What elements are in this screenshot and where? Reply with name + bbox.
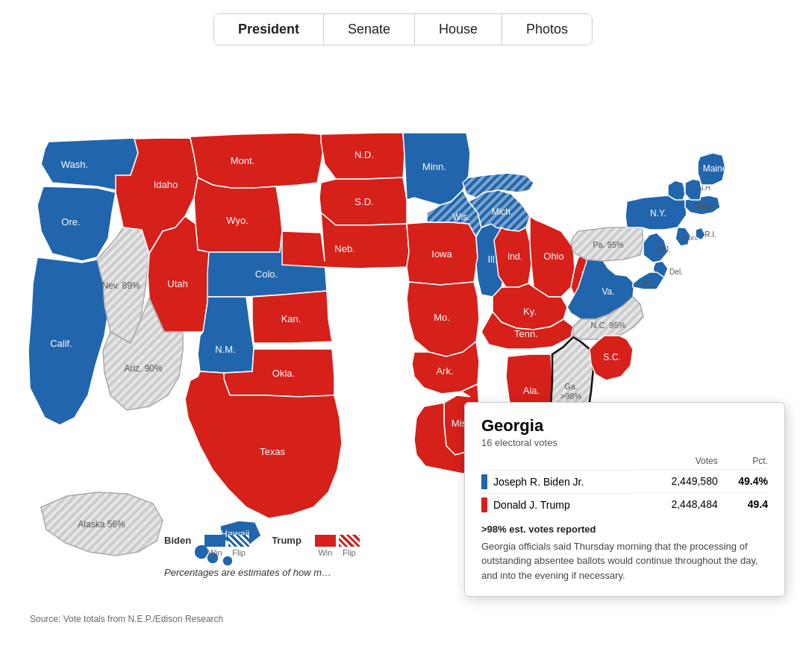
legend-trump-group: Win Flip <box>315 535 360 557</box>
label-northdakota: N.D. <box>354 149 374 160</box>
label-pennsylvania: Pa. 95% <box>593 240 624 249</box>
label-virginia: Va. <box>602 286 614 297</box>
legend-trump-flip-box <box>339 535 360 547</box>
tab-president[interactable]: President <box>214 14 324 45</box>
label-massachusetts: Mass. <box>696 202 716 210</box>
map-area: Wash. Ore. Calif. Nev. 89% Idaho Mont. W… <box>0 56 806 638</box>
biden-name: Joseph R. Biden Jr. <box>493 476 584 488</box>
label-arkansas: Ark. <box>436 365 453 377</box>
popup-col-candidate <box>481 456 639 470</box>
label-southdakota: S.D. <box>354 196 373 207</box>
biden-votes: 2,449,580 <box>639 470 718 493</box>
popup-status: >98% est. votes reported <box>481 524 768 535</box>
tab-senate[interactable]: Senate <box>324 14 415 45</box>
popup-table: Votes Pct. Joseph R. Biden Jr. 2,449,580… <box>481 456 768 516</box>
popup-col-pct: Pct. <box>718 456 768 470</box>
label-minnesota: Minn. <box>422 161 446 172</box>
legend-trump-flip-label: Flip <box>339 548 360 557</box>
georgia-popup: Georgia 16 electoral votes Votes Pct. Jo… <box>464 402 785 597</box>
label-newjersey: N.J. <box>657 245 671 254</box>
label-oregon: Ore. <box>61 216 80 227</box>
trump-name: Donald J. Trump <box>493 499 570 511</box>
label-arizona: Ariz. 90% <box>124 363 163 374</box>
legend-biden-title: Biden <box>164 535 191 546</box>
trump-bar <box>481 497 487 512</box>
label-california: Calif. <box>50 338 72 349</box>
legend-biden-flip-box <box>228 535 249 547</box>
label-indiana: Ind. <box>507 251 522 262</box>
label-oklahoma: Okla. <box>272 368 295 379</box>
state-newmexico[interactable] <box>198 297 254 373</box>
label-nebraska: Neb. <box>334 243 354 254</box>
legend-biden-flip-label: Flip <box>228 548 249 557</box>
popup-state-name: Georgia <box>481 416 768 436</box>
label-northcarolina: N.C. 95% <box>590 321 625 330</box>
source-note: Source: Vote totals from N.E.P./Edison R… <box>30 614 223 624</box>
tab-house[interactable]: House <box>415 14 502 45</box>
popup-candidate-biden: Joseph R. Biden Jr. 2,449,580 49.4% <box>481 470 768 493</box>
legend-biden-win-label: Win <box>204 548 225 557</box>
legend-biden-win-box <box>204 535 225 547</box>
label-texas: Texas <box>260 446 285 457</box>
label-maryland: Md. <box>642 279 653 286</box>
label-wisconsin: Wis. <box>452 212 469 222</box>
biden-bar <box>481 474 487 489</box>
tab-photos[interactable]: Photos <box>502 14 592 45</box>
popup-col-votes: Votes <box>639 456 718 470</box>
label-newyork: N.Y. <box>650 208 666 219</box>
label-ohio: Ohio <box>543 251 563 262</box>
label-colorado: Colo. <box>255 269 278 280</box>
label-delaware: Del. <box>669 268 683 276</box>
label-southcarolina: S.C. <box>603 352 620 362</box>
label-alabama: Ala. <box>523 385 540 396</box>
label-rhodeisland: R.I. <box>705 230 716 239</box>
legend-trump-win-box <box>315 535 336 547</box>
nav-container: President Senate House Photos <box>0 0 806 56</box>
legend-biden-group: Win Flip <box>204 535 249 557</box>
label-washington: Wash. <box>61 159 88 170</box>
popup-description: Georgia officials said Thursday morning … <box>481 539 768 583</box>
label-wyoming: Wyo. <box>226 215 249 226</box>
label-kentucky: Ky. <box>523 306 537 317</box>
label-maine: Maine <box>703 163 728 174</box>
label-iowa: Iowa <box>431 248 452 260</box>
trump-pct: 49.4 <box>718 493 768 516</box>
label-georgia-pct: >98% <box>560 392 582 401</box>
label-alaska: Alaska 56% <box>78 519 125 530</box>
label-tennessee: Tenn. <box>514 328 538 339</box>
label-nevada: Nev. 89% <box>101 280 140 291</box>
state-hawaii-3[interactable] <box>222 556 233 566</box>
legend: Biden Win Flip Trump Win F <box>164 535 360 557</box>
label-missouri: Mo. <box>434 312 450 323</box>
label-michigan: Mich. <box>492 207 513 217</box>
biden-pct: 49.4% <box>718 470 768 493</box>
nav-tabs: President Senate House Photos <box>213 13 593 45</box>
legend-row: Biden Win Flip Trump Win F <box>164 535 360 557</box>
percentages-note: Percentages are estimates of how m… <box>164 567 331 578</box>
trump-votes: 2,448,484 <box>639 493 718 516</box>
popup-electoral-votes: 16 electoral votes <box>481 437 768 448</box>
label-idaho: Idaho <box>154 179 178 190</box>
label-kansas: Kan. <box>281 313 302 324</box>
state-rhodeisland[interactable] <box>696 227 705 240</box>
label-georgia: Ga. <box>564 382 578 391</box>
label-newmexico: N.M. <box>215 344 235 355</box>
label-montana: Mont. <box>231 155 255 166</box>
legend-trump-win-label: Win <box>315 548 336 557</box>
label-utah: Utah <box>167 278 187 289</box>
popup-candidate-trump: Donald J. Trump 2,448,484 49.4 <box>481 493 768 516</box>
legend-trump-title: Trump <box>272 535 302 546</box>
